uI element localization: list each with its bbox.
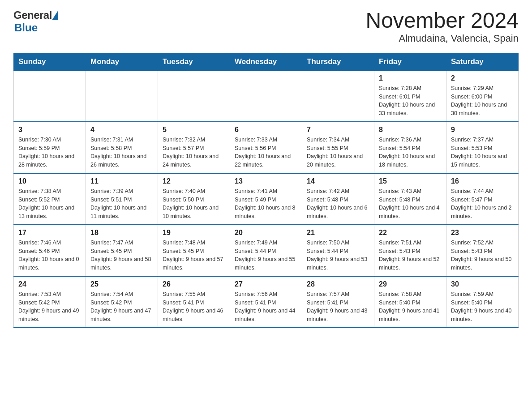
day-info: Sunrise: 7:51 AMSunset: 5:43 PMDaylight:…: [379, 239, 442, 272]
table-row: 1Sunrise: 7:28 AMSunset: 6:01 PMDaylight…: [374, 70, 446, 122]
day-number: 30: [451, 280, 514, 288]
calendar-week-row: 1Sunrise: 7:28 AMSunset: 6:01 PMDaylight…: [14, 70, 519, 122]
table-row: 18Sunrise: 7:47 AMSunset: 5:45 PMDayligh…: [86, 225, 158, 276]
month-title: November 2024: [365, 9, 519, 33]
day-info: Sunrise: 7:46 AMSunset: 5:46 PMDaylight:…: [18, 239, 81, 272]
day-number: 8: [379, 126, 442, 134]
table-row: [158, 70, 230, 122]
day-number: 10: [18, 177, 81, 185]
table-row: [14, 70, 86, 122]
day-number: 4: [90, 126, 153, 134]
day-number: 23: [451, 229, 514, 237]
day-number: 13: [235, 177, 297, 185]
table-row: 19Sunrise: 7:48 AMSunset: 5:45 PMDayligh…: [158, 225, 230, 276]
logo-triangle-icon: [52, 10, 58, 20]
day-info: Sunrise: 7:59 AMSunset: 5:40 PMDaylight:…: [451, 290, 514, 324]
day-info: Sunrise: 7:41 AMSunset: 5:49 PMDaylight:…: [235, 187, 297, 221]
day-number: 17: [18, 229, 81, 237]
table-row: 5Sunrise: 7:32 AMSunset: 5:57 PMDaylight…: [158, 122, 230, 173]
calendar-week-row: 3Sunrise: 7:30 AMSunset: 5:59 PMDaylight…: [14, 122, 519, 173]
table-row: 15Sunrise: 7:43 AMSunset: 5:48 PMDayligh…: [374, 173, 446, 225]
day-info: Sunrise: 7:55 AMSunset: 5:41 PMDaylight:…: [163, 290, 225, 324]
day-info: Sunrise: 7:31 AMSunset: 5:58 PMDaylight:…: [90, 136, 153, 169]
day-number: 22: [379, 229, 442, 237]
table-row: 24Sunrise: 7:53 AMSunset: 5:42 PMDayligh…: [14, 276, 86, 328]
table-row: 11Sunrise: 7:39 AMSunset: 5:51 PMDayligh…: [86, 173, 158, 225]
table-row: 13Sunrise: 7:41 AMSunset: 5:49 PMDayligh…: [230, 173, 302, 225]
calendar-table: Sunday Monday Tuesday Wednesday Thursday…: [13, 53, 519, 328]
day-number: 1: [379, 74, 442, 82]
day-info: Sunrise: 7:53 AMSunset: 5:42 PMDaylight:…: [18, 290, 81, 324]
day-info: Sunrise: 7:33 AMSunset: 5:56 PMDaylight:…: [235, 136, 297, 169]
day-number: 7: [307, 126, 369, 134]
table-row: 17Sunrise: 7:46 AMSunset: 5:46 PMDayligh…: [14, 225, 86, 276]
table-row: 16Sunrise: 7:44 AMSunset: 5:47 PMDayligh…: [446, 173, 519, 225]
day-number: 15: [379, 177, 442, 185]
day-number: 5: [163, 126, 225, 134]
header-friday: Friday: [374, 53, 446, 70]
day-number: 18: [90, 229, 153, 237]
day-info: Sunrise: 7:56 AMSunset: 5:41 PMDaylight:…: [235, 290, 297, 324]
day-number: 11: [90, 177, 153, 185]
day-number: 14: [307, 177, 369, 185]
table-row: 6Sunrise: 7:33 AMSunset: 5:56 PMDaylight…: [230, 122, 302, 173]
table-row: 9Sunrise: 7:37 AMSunset: 5:53 PMDaylight…: [446, 122, 519, 173]
table-row: 12Sunrise: 7:40 AMSunset: 5:50 PMDayligh…: [158, 173, 230, 225]
day-info: Sunrise: 7:30 AMSunset: 5:59 PMDaylight:…: [18, 136, 81, 169]
header-sunday: Sunday: [14, 53, 86, 70]
day-info: Sunrise: 7:52 AMSunset: 5:43 PMDaylight:…: [451, 239, 514, 272]
table-row: [86, 70, 158, 122]
day-number: 9: [451, 126, 514, 134]
day-info: Sunrise: 7:58 AMSunset: 5:40 PMDaylight:…: [379, 290, 442, 324]
table-row: 8Sunrise: 7:36 AMSunset: 5:54 PMDaylight…: [374, 122, 446, 173]
day-number: 29: [379, 280, 442, 288]
calendar-week-row: 24Sunrise: 7:53 AMSunset: 5:42 PMDayligh…: [14, 276, 519, 328]
table-row: 27Sunrise: 7:56 AMSunset: 5:41 PMDayligh…: [230, 276, 302, 328]
day-number: 26: [163, 280, 225, 288]
day-number: 6: [235, 126, 297, 134]
day-number: 21: [307, 229, 369, 237]
day-info: Sunrise: 7:44 AMSunset: 5:47 PMDaylight:…: [451, 187, 514, 221]
table-row: [302, 70, 374, 122]
day-info: Sunrise: 7:57 AMSunset: 5:41 PMDaylight:…: [307, 290, 369, 324]
day-number: 12: [163, 177, 225, 185]
calendar-week-row: 10Sunrise: 7:38 AMSunset: 5:52 PMDayligh…: [14, 173, 519, 225]
logo-text-blue: Blue: [14, 21, 38, 34]
header-monday: Monday: [86, 53, 158, 70]
day-number: 19: [163, 229, 225, 237]
table-row: 14Sunrise: 7:42 AMSunset: 5:48 PMDayligh…: [302, 173, 374, 225]
header-saturday: Saturday: [446, 53, 519, 70]
table-row: 26Sunrise: 7:55 AMSunset: 5:41 PMDayligh…: [158, 276, 230, 328]
table-row: 30Sunrise: 7:59 AMSunset: 5:40 PMDayligh…: [446, 276, 519, 328]
day-info: Sunrise: 7:42 AMSunset: 5:48 PMDaylight:…: [307, 187, 369, 221]
table-row: 23Sunrise: 7:52 AMSunset: 5:43 PMDayligh…: [446, 225, 519, 276]
table-row: 29Sunrise: 7:58 AMSunset: 5:40 PMDayligh…: [374, 276, 446, 328]
table-row: 3Sunrise: 7:30 AMSunset: 5:59 PMDaylight…: [14, 122, 86, 173]
calendar-week-row: 17Sunrise: 7:46 AMSunset: 5:46 PMDayligh…: [14, 225, 519, 276]
day-number: 28: [307, 280, 369, 288]
day-info: Sunrise: 7:39 AMSunset: 5:51 PMDaylight:…: [90, 187, 153, 221]
table-row: 2Sunrise: 7:29 AMSunset: 6:00 PMDaylight…: [446, 70, 519, 122]
table-row: 22Sunrise: 7:51 AMSunset: 5:43 PMDayligh…: [374, 225, 446, 276]
table-row: 21Sunrise: 7:50 AMSunset: 5:44 PMDayligh…: [302, 225, 374, 276]
day-number: 16: [451, 177, 514, 185]
weekday-header-row: Sunday Monday Tuesday Wednesday Thursday…: [14, 53, 519, 70]
table-row: 28Sunrise: 7:57 AMSunset: 5:41 PMDayligh…: [302, 276, 374, 328]
day-number: 24: [18, 280, 81, 288]
day-info: Sunrise: 7:28 AMSunset: 6:01 PMDaylight:…: [379, 84, 442, 118]
day-info: Sunrise: 7:40 AMSunset: 5:50 PMDaylight:…: [163, 187, 225, 221]
day-info: Sunrise: 7:43 AMSunset: 5:48 PMDaylight:…: [379, 187, 442, 221]
day-number: 2: [451, 74, 514, 82]
day-number: 20: [235, 229, 297, 237]
day-info: Sunrise: 7:29 AMSunset: 6:00 PMDaylight:…: [451, 84, 514, 118]
day-info: Sunrise: 7:48 AMSunset: 5:45 PMDaylight:…: [163, 239, 225, 272]
table-row: 4Sunrise: 7:31 AMSunset: 5:58 PMDaylight…: [86, 122, 158, 173]
logo: General Blue: [13, 9, 59, 34]
day-number: 3: [18, 126, 81, 134]
day-info: Sunrise: 7:50 AMSunset: 5:44 PMDaylight:…: [307, 239, 369, 272]
calendar-title-area: November 2024 Almudaina, Valencia, Spain: [365, 9, 519, 44]
table-row: [230, 70, 302, 122]
table-row: 20Sunrise: 7:49 AMSunset: 5:44 PMDayligh…: [230, 225, 302, 276]
day-number: 27: [235, 280, 297, 288]
day-info: Sunrise: 7:47 AMSunset: 5:45 PMDaylight:…: [90, 239, 153, 272]
